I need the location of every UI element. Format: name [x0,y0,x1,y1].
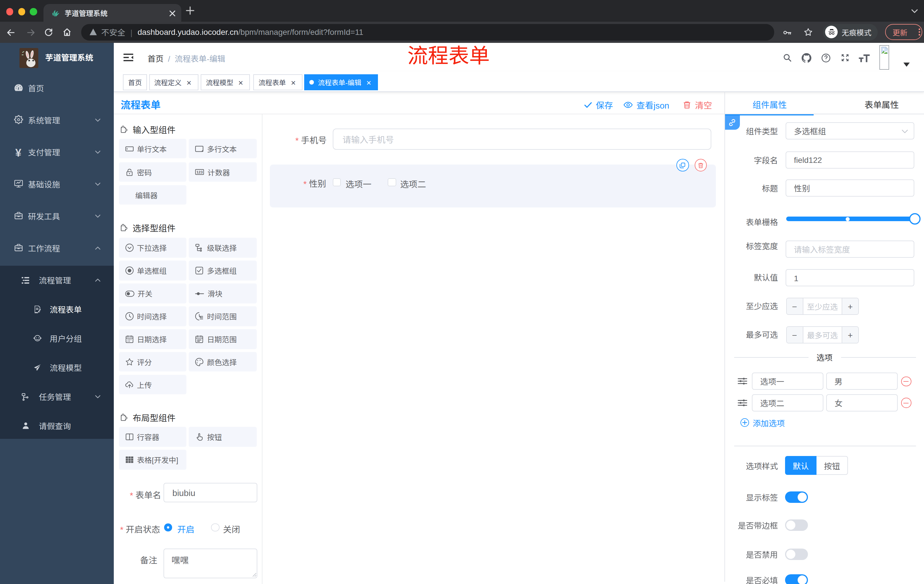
svg-text:123: 123 [196,170,203,174]
